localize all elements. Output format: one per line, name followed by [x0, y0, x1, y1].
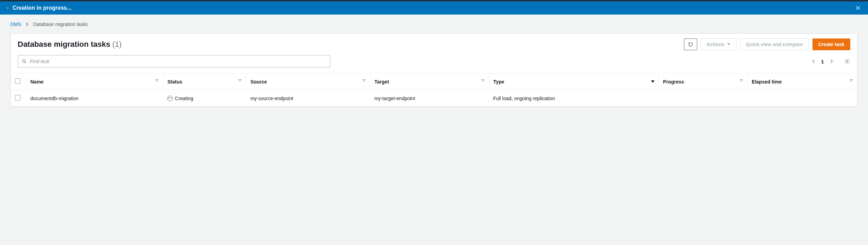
cell-name: documentdb-migration	[26, 90, 163, 107]
col-name-header[interactable]: Name	[26, 73, 163, 90]
chevron-right-icon	[25, 21, 29, 27]
col-status-header[interactable]: Status	[163, 73, 246, 90]
cell-target: my-target-endpoint	[370, 90, 489, 107]
svg-point-1	[846, 61, 848, 62]
select-all-checkbox[interactable]	[15, 78, 20, 84]
caret-down-icon	[727, 43, 731, 45]
tasks-panel: Database migration tasks (1) Actions Qui…	[10, 33, 858, 107]
breadcrumb: DMS Database migration tasks	[10, 21, 858, 27]
pager-next-button[interactable]	[829, 59, 834, 63]
pager: 1	[811, 59, 834, 64]
quick-view-button[interactable]: Quick view and compare	[740, 38, 809, 50]
panel-count: (1)	[112, 40, 122, 49]
create-task-label: Create task	[818, 42, 845, 47]
pager-prev-button[interactable]	[811, 59, 816, 63]
notification-banner: › Creation in progress...	[0, 1, 868, 15]
col-type-header[interactable]: Type	[489, 73, 659, 90]
actions-label: Actions	[707, 42, 724, 47]
breadcrumb-current: Database migration tasks	[33, 21, 88, 27]
cell-progress	[659, 90, 748, 107]
tasks-table: Name Status Source	[11, 73, 857, 106]
status-creating-icon: •••	[167, 96, 173, 101]
pager-page-number: 1	[821, 59, 824, 64]
search-icon	[22, 59, 27, 64]
search-container	[18, 55, 330, 68]
refresh-button[interactable]	[684, 38, 697, 50]
cell-source: my-source-endpoint	[246, 90, 370, 107]
cell-type: Full load, ongoing replication	[489, 90, 659, 107]
create-task-button[interactable]: Create task	[812, 38, 851, 50]
page-title: Database migration tasks (1)	[18, 40, 122, 49]
quick-view-label: Quick view and compare	[746, 42, 803, 47]
table-row[interactable]: documentdb-migration ••• Creating my-sou…	[11, 90, 857, 107]
col-progress-header[interactable]: Progress	[659, 73, 748, 90]
col-target-header[interactable]: Target	[370, 73, 489, 90]
banner-text: Creation in progress...	[12, 5, 72, 11]
row-checkbox[interactable]	[15, 95, 20, 100]
sort-icon-active	[651, 80, 654, 83]
panel-title-text: Database migration tasks	[18, 40, 110, 49]
search-input[interactable]	[30, 59, 326, 64]
settings-button[interactable]	[844, 58, 850, 64]
col-source-header[interactable]: Source	[246, 73, 370, 90]
actions-dropdown-button[interactable]: Actions	[701, 38, 736, 50]
cell-elapsed	[748, 90, 857, 107]
banner-chevron-icon: ›	[7, 6, 8, 10]
svg-point-0	[23, 60, 25, 62]
col-elapsed-header[interactable]: Elapsed time	[748, 73, 857, 90]
banner-close-button[interactable]	[855, 5, 861, 11]
breadcrumb-root-link[interactable]: DMS	[10, 21, 21, 27]
cell-status: ••• Creating	[163, 90, 246, 107]
